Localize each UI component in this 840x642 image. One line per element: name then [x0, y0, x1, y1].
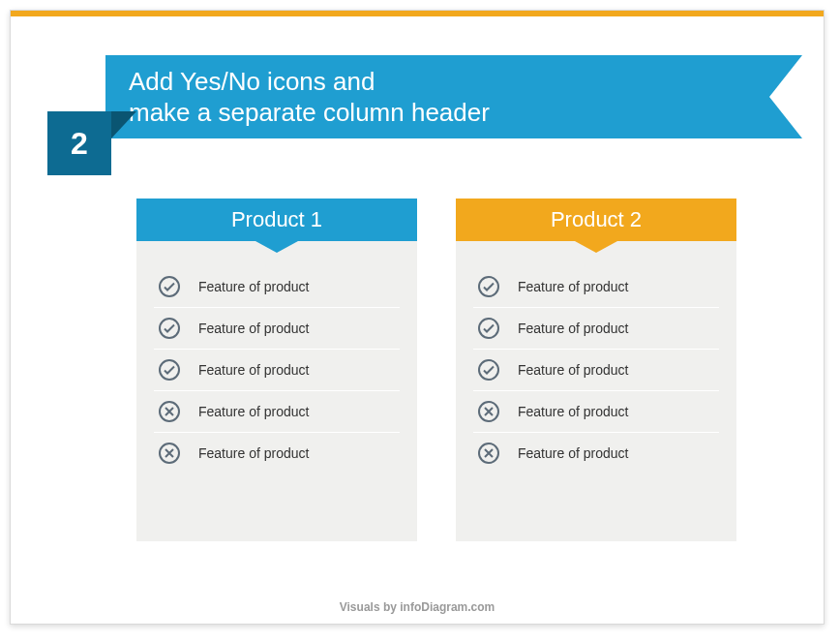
title-text: Add Yes/No icons and make a separate col…: [129, 66, 490, 129]
svg-point-7: [479, 360, 498, 380]
slide: Add Yes/No icons and make a separate col…: [10, 10, 825, 625]
svg-point-6: [479, 319, 498, 338]
feature-text: Feature of product: [198, 321, 309, 336]
product-column: Product 2Feature of productFeature of pr…: [456, 199, 736, 541]
column-header: Product 1: [136, 199, 417, 241]
check-icon: [158, 317, 181, 340]
feature-text: Feature of product: [198, 279, 309, 294]
column-header-label: Product 1: [231, 207, 322, 232]
footer-credit: Visuals by infoDiagram.com: [11, 600, 824, 614]
column-body: Feature of productFeature of productFeat…: [456, 241, 736, 541]
feature-row: Feature of product: [154, 391, 400, 433]
check-icon: [477, 358, 500, 382]
product-column: Product 1Feature of productFeature of pr…: [136, 199, 417, 541]
svg-point-1: [160, 319, 179, 338]
title-ribbon: Add Yes/No icons and make a separate col…: [105, 55, 802, 138]
column-body: Feature of productFeature of productFeat…: [136, 241, 417, 541]
cross-icon: [158, 400, 181, 423]
feature-row: Feature of product: [473, 308, 719, 350]
top-accent-bar: [11, 11, 824, 16]
cross-icon: [477, 400, 500, 423]
svg-point-2: [160, 360, 179, 380]
feature-row: Feature of product: [473, 350, 719, 391]
title-line-1: Add Yes/No icons and: [129, 67, 375, 96]
columns-container: Product 1Feature of productFeature of pr…: [136, 199, 736, 541]
feature-row: Feature of product: [154, 433, 400, 474]
cross-icon: [158, 442, 181, 465]
column-header: Product 2: [456, 199, 736, 241]
step-number-badge: 2: [47, 111, 111, 175]
check-icon: [477, 275, 500, 298]
feature-text: Feature of product: [518, 321, 628, 336]
feature-row: Feature of product: [473, 433, 719, 474]
cross-icon: [477, 442, 500, 465]
feature-text: Feature of product: [198, 445, 309, 461]
feature-row: Feature of product: [154, 308, 400, 350]
feature-row: Feature of product: [154, 350, 400, 391]
check-icon: [158, 275, 181, 298]
check-icon: [477, 317, 500, 340]
feature-row: Feature of product: [154, 266, 400, 308]
feature-text: Feature of product: [198, 404, 309, 419]
feature-text: Feature of product: [518, 445, 628, 461]
column-header-label: Product 2: [551, 207, 642, 232]
feature-row: Feature of product: [473, 391, 719, 433]
feature-text: Feature of product: [518, 279, 628, 294]
check-icon: [158, 358, 181, 382]
feature-row: Feature of product: [473, 266, 719, 308]
feature-text: Feature of product: [198, 362, 309, 378]
step-number: 2: [71, 126, 88, 162]
svg-point-5: [479, 277, 498, 296]
feature-text: Feature of product: [518, 404, 628, 419]
svg-point-0: [160, 277, 179, 296]
title-line-2: make a separate column header: [129, 98, 490, 127]
feature-text: Feature of product: [518, 362, 628, 378]
